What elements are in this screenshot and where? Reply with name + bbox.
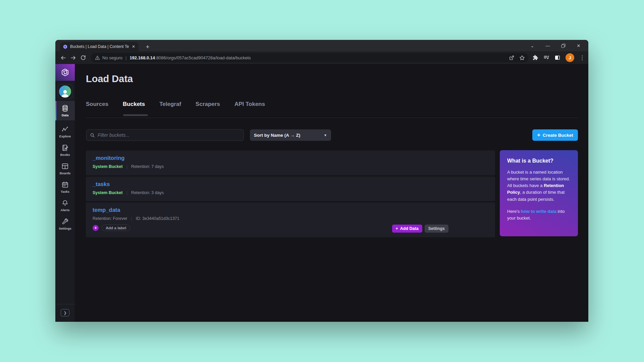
bookmark-star-icon[interactable] bbox=[519, 55, 525, 61]
influxdb-logo[interactable] bbox=[55, 64, 75, 81]
create-bucket-button[interactable]: + Create Bucket bbox=[532, 129, 578, 141]
tab-buckets[interactable]: Buckets bbox=[123, 101, 145, 108]
panel-title: What is a Bucket? bbox=[507, 158, 571, 164]
browser-tab[interactable]: Buckets | Load Data | Content Te ✕ bbox=[60, 42, 139, 51]
url-host: 192.168.0.14 bbox=[129, 55, 155, 60]
bucket-settings-button[interactable]: Settings bbox=[425, 225, 448, 233]
bucket-row-temp-data: temp_data Retention: Forever | ID: 3e344… bbox=[86, 202, 495, 237]
bucket-name-link[interactable]: temp_data bbox=[93, 207, 120, 213]
close-button[interactable]: ✕ bbox=[571, 40, 586, 51]
influxdb-app: Data Explore bbox=[55, 64, 588, 322]
page-tabs: Sources Buckets Telegraf Scrapers API To… bbox=[86, 101, 265, 108]
browser-menu-icon[interactable]: ⋮ bbox=[579, 54, 585, 61]
how-to-write-data-link[interactable]: how to write data bbox=[521, 209, 556, 214]
panel-text: Here's bbox=[507, 209, 521, 214]
retention-text: Retention: 7 days bbox=[131, 164, 164, 169]
tab-sources[interactable]: Sources bbox=[86, 101, 108, 108]
chevron-down-icon: ▼ bbox=[324, 133, 327, 137]
back-icon[interactable] bbox=[58, 53, 68, 63]
system-bucket-badge: System Bucket bbox=[93, 190, 123, 195]
meta-divider: | bbox=[126, 164, 127, 169]
sidebar-item-alerts[interactable]: Alerts bbox=[55, 198, 75, 213]
share-icon[interactable] bbox=[509, 55, 515, 61]
restore-button[interactable] bbox=[555, 40, 571, 51]
reading-list-icon[interactable] bbox=[543, 55, 549, 61]
tabs-divider bbox=[86, 118, 578, 118]
sidebar-expand-icon[interactable]: ❯ bbox=[61, 309, 69, 316]
tab-title: Buckets | Load Data | Content Te bbox=[70, 44, 129, 49]
tab-strip: Buckets | Load Data | Content Te ✕ + ⌄ —… bbox=[55, 40, 588, 51]
sort-label: Sort by Name (A → Z) bbox=[254, 133, 300, 138]
tab-scrapers[interactable]: Scrapers bbox=[196, 101, 220, 108]
sidebar-item-label: Alerts bbox=[61, 208, 70, 212]
sidebar-item-label: Data bbox=[62, 113, 69, 117]
new-tab-button[interactable]: + bbox=[143, 43, 152, 51]
sidebar-item-label: Books bbox=[60, 153, 70, 157]
address-bar[interactable]: No seguro | 192.168.0.14 :8086/orgs/057a… bbox=[91, 53, 528, 62]
sidebar-item-books[interactable]: Books bbox=[55, 143, 75, 158]
app-sidebar: Data Explore bbox=[55, 64, 75, 322]
search-icon bbox=[90, 133, 95, 138]
sidebar-item-data[interactable]: Data bbox=[55, 101, 75, 120]
security-label[interactable]: No seguro bbox=[102, 55, 122, 60]
bucket-name-link[interactable]: _monitoring bbox=[93, 155, 124, 161]
plus-icon: + bbox=[537, 132, 540, 138]
meta-divider: | bbox=[126, 190, 127, 195]
system-bucket-badge: System Bucket bbox=[93, 164, 123, 169]
retention-text: Retention: 3 days bbox=[131, 190, 164, 195]
not-secure-warning-icon bbox=[95, 55, 100, 60]
sidebar-item-tasks[interactable]: Tasks bbox=[55, 180, 75, 195]
minimize-button[interactable]: — bbox=[540, 40, 555, 51]
filter-buckets-input[interactable] bbox=[98, 132, 240, 138]
main-content: Load Data Sources Buckets Telegraf Scrap… bbox=[75, 64, 588, 322]
bucket-id-text: ID: 3e3440a51d3c1371 bbox=[136, 216, 179, 221]
filter-buckets-field[interactable] bbox=[86, 129, 244, 141]
browser-window: Buckets | Load Data | Content Te ✕ + ⌄ —… bbox=[55, 40, 588, 322]
sidebar-item-label: Explore bbox=[59, 134, 71, 138]
bucket-row-monitoring: _monitoring System Bucket | Retention: 7… bbox=[86, 150, 495, 175]
add-a-label-button[interactable]: Add a label bbox=[102, 225, 130, 231]
url-path: :8086/orgs/057ac5cad904728a/load-data/bu… bbox=[155, 55, 251, 60]
bucket-name-link[interactable]: _tasks bbox=[93, 181, 110, 187]
tab-close-icon[interactable]: ✕ bbox=[131, 44, 136, 49]
omnibox-divider: | bbox=[125, 55, 126, 60]
browser-toolbar: No seguro | 192.168.0.14 :8086/orgs/057a… bbox=[55, 51, 588, 64]
plus-icon: + bbox=[396, 226, 398, 231]
user-avatar[interactable] bbox=[58, 84, 72, 99]
sidebar-item-label: Settings bbox=[59, 227, 71, 230]
add-data-label: Add Data bbox=[400, 226, 419, 231]
browser-profile-avatar[interactable]: J bbox=[566, 53, 574, 62]
tab-api-tokens[interactable]: API Tokens bbox=[234, 101, 265, 108]
forward-icon[interactable] bbox=[68, 53, 78, 63]
create-bucket-label: Create Bucket bbox=[543, 133, 573, 138]
sort-dropdown[interactable]: Sort by Name (A → Z) ▼ bbox=[250, 129, 331, 141]
user-avatar-image bbox=[59, 85, 71, 98]
retention-text: Retention: Forever bbox=[93, 216, 127, 221]
sidebar-item-boards[interactable]: Boards bbox=[55, 161, 75, 176]
reload-icon[interactable] bbox=[78, 53, 88, 63]
meta-divider: | bbox=[131, 216, 132, 221]
tab-telegraf[interactable]: Telegraf bbox=[159, 101, 181, 108]
page-title: Load Data bbox=[86, 73, 133, 84]
tab-search-icon[interactable]: ⌄ bbox=[525, 40, 540, 51]
sidebar-item-label: Boards bbox=[60, 171, 71, 175]
side-panel-icon[interactable] bbox=[554, 55, 560, 61]
active-tab-indicator bbox=[123, 114, 148, 116]
sidebar-item-settings[interactable]: Settings bbox=[55, 217, 75, 232]
sidebar-item-label: Tasks bbox=[61, 190, 69, 193]
bucket-row-tasks: _tasks System Bucket | Retention: 3 days bbox=[86, 177, 495, 201]
add-data-button[interactable]: + Add Data bbox=[392, 225, 422, 233]
extensions-puzzle-icon[interactable] bbox=[532, 55, 538, 61]
what-is-a-bucket-panel: What is a Bucket? A bucket is a named lo… bbox=[500, 150, 578, 236]
sidebar-item-explore[interactable]: Explore bbox=[55, 124, 75, 139]
add-label-plus-icon[interactable]: + bbox=[93, 225, 99, 231]
influxdb-favicon-icon bbox=[63, 44, 68, 49]
sidebar-divider bbox=[55, 304, 75, 304]
bucket-list: _monitoring System Bucket | Retention: 7… bbox=[86, 150, 495, 239]
